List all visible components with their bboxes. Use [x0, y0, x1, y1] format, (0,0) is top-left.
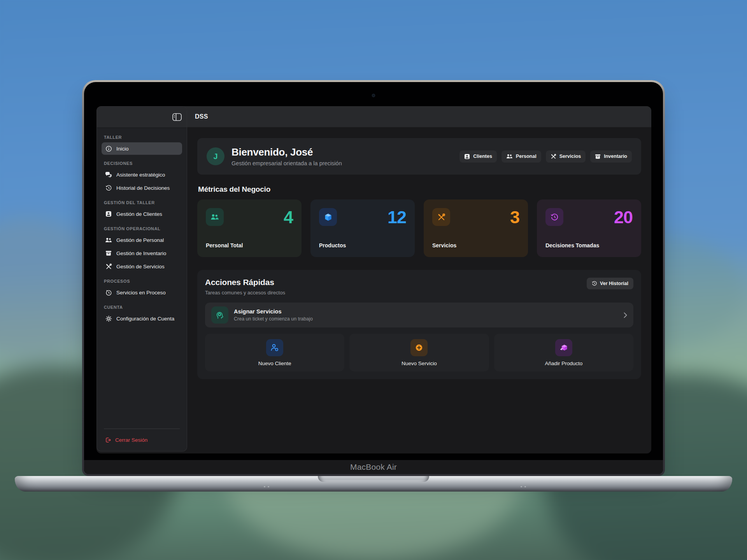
- assign-services-row[interactable]: Asignar Servicios Crea un ticket y comie…: [205, 303, 633, 327]
- metric-label: Servicios: [432, 242, 519, 248]
- box-arrow-icon: [555, 339, 572, 356]
- sidebar-section-gestion-taller: GESTIÓN DEL TALLER: [104, 200, 180, 205]
- sidebar-toggle-icon[interactable]: [172, 112, 182, 122]
- base-notch: [318, 476, 429, 482]
- sidebar-header: [97, 107, 187, 128]
- metrics-row: 4 Personal Total: [197, 200, 641, 257]
- sidebar-item-label: Gestión de Clientes: [116, 211, 162, 217]
- logout-button[interactable]: Cerrar Sesión: [102, 434, 182, 446]
- tile-label: Nuevo Servicio: [402, 360, 437, 366]
- client-card-icon: [105, 210, 112, 217]
- base-detail: [521, 486, 526, 487]
- action-tiles: Nuevo Cliente Nuevo Servicio: [205, 334, 633, 371]
- brain-head-icon: [211, 306, 228, 324]
- people-icon: [105, 236, 112, 243]
- quick-actions-heading: Acciones Rápidas: [205, 278, 285, 287]
- page-title: Bienvenido, José: [231, 146, 342, 158]
- info-icon: [105, 145, 112, 152]
- sidebar-item-label: Gestión de Inventario: [116, 250, 166, 256]
- webcam-dot: [372, 94, 375, 97]
- gear-icon: [105, 315, 112, 322]
- sidebar-item-asistente[interactable]: Asistente estratégico: [102, 168, 182, 181]
- sidebar-item-label: Asistente estratégico: [116, 172, 165, 178]
- clock-history-icon: [592, 281, 597, 286]
- device-label: MacBook Air: [350, 462, 397, 471]
- bezel-chin: MacBook Air: [84, 460, 663, 474]
- sidebar-item-inventario[interactable]: Gestión de Inventario: [102, 247, 182, 259]
- sidebar-item-en-proceso[interactable]: Servicios en Proceso: [102, 286, 182, 299]
- sidebar-item-servicios[interactable]: Gestión de Servicios: [102, 260, 182, 273]
- new-client-button[interactable]: Nuevo Cliente: [205, 334, 344, 371]
- sidebar-section-procesos: PROCESOS: [104, 279, 180, 284]
- sidebar-item-label: Inicio: [116, 146, 129, 152]
- base-detail: [264, 486, 269, 487]
- people-icon: [206, 208, 224, 226]
- sidebar-item-label: Servicios en Proceso: [116, 290, 166, 296]
- chat-bubbles-icon: [105, 171, 112, 178]
- desktop-background: DSS: [0, 0, 747, 560]
- clock-history-icon: [545, 208, 563, 226]
- welcome-card: J Bienvenido, José Gestión empresarial o…: [197, 138, 641, 175]
- client-card-icon: [464, 154, 470, 159]
- sidebar-item-personal[interactable]: Gestión de Personal: [102, 234, 182, 246]
- main-content: J Bienvenido, José Gestión empresarial o…: [187, 127, 651, 453]
- app-title: DSS: [195, 106, 208, 127]
- tools-icon: [432, 208, 450, 226]
- add-product-button[interactable]: Añadir Producto: [494, 334, 633, 371]
- avatar: J: [207, 147, 224, 165]
- sidebar-item-historial[interactable]: Historial de Decisiones: [102, 182, 182, 194]
- logout-label: Cerrar Sesión: [115, 437, 147, 443]
- quick-link-servicios[interactable]: Servicios: [546, 150, 586, 163]
- sidebar-section-gestion-operacional: GESTIÓN OPERACIONAL: [104, 226, 180, 231]
- metric-label: Decisiones Tomadas: [545, 242, 633, 248]
- macbook-screen: DSS: [82, 80, 665, 476]
- quick-actions-card: Acciones Rápidas Tareas comunes y acceso…: [197, 270, 641, 379]
- tile-label: Añadir Producto: [545, 360, 582, 366]
- sidebar-item-label: Historial de Decisiones: [116, 185, 170, 191]
- quick-link-inventario[interactable]: Inventario: [590, 150, 632, 163]
- tile-label: Nuevo Cliente: [258, 360, 291, 366]
- quick-actions-subheading: Tareas comunes y accesos directos: [205, 290, 285, 296]
- metric-card-personal-total[interactable]: 4 Personal Total: [197, 200, 302, 257]
- sidebar-item-configuracion[interactable]: Configuración de Cuenta: [102, 312, 182, 325]
- timer-icon: [105, 289, 112, 296]
- page-subtitle: Gestión empresarial orientada a la preci…: [231, 160, 342, 166]
- quick-link-personal[interactable]: Personal: [502, 150, 541, 163]
- tools-icon: [105, 263, 112, 270]
- archive-box-icon: [105, 250, 112, 257]
- view-history-button[interactable]: Ver Historial: [587, 278, 633, 289]
- cube-icon: [319, 208, 337, 226]
- quick-link-clientes[interactable]: Clientes: [459, 150, 497, 163]
- new-service-button[interactable]: Nuevo Servicio: [349, 334, 489, 371]
- quick-links: Clientes Personal: [459, 150, 632, 163]
- assign-services-title: Asignar Servicios: [234, 308, 313, 315]
- sidebar-item-clientes[interactable]: Gestión de Clientes: [102, 208, 182, 220]
- sidebar-section-cuenta: CUENTA: [104, 305, 180, 310]
- macbook-base: [15, 476, 732, 492]
- chevron-right-icon: [624, 312, 627, 318]
- metric-card-productos[interactable]: 12 Productos: [310, 200, 415, 257]
- metric-label: Productos: [319, 242, 406, 248]
- sidebar-item-inicio[interactable]: Inicio: [102, 142, 182, 155]
- clock-history-icon: [105, 184, 112, 191]
- sidebar-divider: [104, 429, 180, 429]
- metric-label: Personal Total: [206, 242, 293, 248]
- sidebar-section-decisiones: DECISIONES: [104, 161, 180, 166]
- people-icon: [506, 154, 513, 159]
- sidebar-nav: TALLER Inicio DECISIONES: [97, 128, 187, 451]
- logout-icon: [105, 437, 111, 443]
- plus-circle-icon: [410, 339, 428, 356]
- metric-card-servicios[interactable]: 3 Servicios: [424, 200, 528, 257]
- sidebar: TALLER Inicio DECISIONES: [96, 106, 187, 452]
- metric-value: 20: [614, 208, 633, 226]
- app-window: DSS: [96, 106, 651, 453]
- assign-services-subtitle: Crea un ticket y comienza un trabajo: [234, 316, 313, 322]
- metrics-heading: Métricas del Negocio: [198, 185, 641, 194]
- sidebar-item-label: Gestión de Servicios: [116, 264, 165, 270]
- metric-value: 4: [284, 208, 293, 226]
- archive-box-icon: [595, 154, 601, 159]
- metric-value: 3: [510, 208, 519, 226]
- metric-card-decisiones[interactable]: 20 Decisiones Tomadas: [537, 200, 641, 257]
- sidebar-section-taller: TALLER: [104, 135, 180, 140]
- metric-value: 12: [388, 208, 406, 226]
